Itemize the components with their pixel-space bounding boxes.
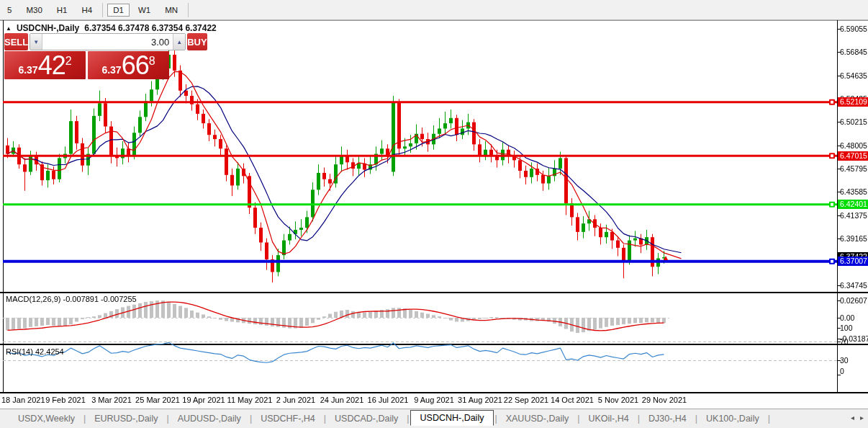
timeframe-button-w1[interactable]: W1 [132,4,156,17]
rsi-axis-tick: 100 [840,324,868,332]
macd-axis-tick: 0.00 [840,313,868,322]
collapse-chart-icon[interactable]: ▲ [6,25,12,32]
tab-usdcnh-daily[interactable]: USDCNH-,Daily [410,410,494,426]
sell-price-sup: 2 [65,55,72,68]
date-axis-label: 29 Nov 2021 [642,396,687,404]
price-axis-tick: 6.59055 [840,24,868,33]
chart-tab-bar: USDX,Weekly|EURUSD-,Daily|AUDUSD-,Daily|… [0,409,868,428]
sell-button[interactable]: SELL [4,33,28,50]
tab-ukoil-h4[interactable]: UKOil-,H4 [580,411,636,426]
buy-button[interactable]: BUY [187,33,207,50]
date-axis-label: 5 Nov 2021 [598,396,638,404]
price-axis-tick: 6.34745 [840,281,868,290]
price-axis-tick: 6.48005 [840,141,868,150]
rsi-indicator-label: RSI(14) 42.4254 [6,347,64,356]
date-axis-label: 16 Jul 2021 [368,396,409,404]
buy-price-prefix: 6.37 [101,64,121,76]
date-axis-label: 19 Apr 2021 [182,396,225,404]
tab-usdcad-daily[interactable]: USDCAD-,Daily [327,411,406,426]
price-axis-tick: 6.54635 [840,71,868,80]
timeframe-button-mn[interactable]: MN [159,4,184,17]
level-price-label: 6.47015 [838,151,868,161]
chart-ohlc-values: 6.37354 6.37478 6.37354 6.37422 [84,23,217,33]
buy-price-big: 66 [122,53,149,78]
price-axis-tick: 6.41375 [840,211,868,220]
price-axis-tick: 6.56845 [840,48,868,56]
tab-dj30-h4[interactable]: DJ30-,H4 [641,411,695,426]
date-axis-label: 9 Feb 2021 [45,396,86,404]
price-axis-tick: 6.45795 [840,164,868,173]
timeframe-button-h1[interactable]: H1 [51,4,73,17]
timeframe-toolbar: 5M30H1H4D1W1MN [0,0,868,20]
chart-header: ▲ USDCNH-,Daily 6.37354 6.37478 6.37354 … [6,23,217,33]
toolbar-separator [188,3,189,17]
chart-symbol-label: USDCNH-,Daily [17,23,79,33]
date-axis-label: 9 Aug 2021 [414,396,454,404]
date-axis-label: 3 Mar 2021 [91,396,132,404]
date-axis-label: 24 Jun 2021 [320,396,364,404]
price-axis-tick: 6.39165 [840,234,868,243]
tab-usdchf-h4[interactable]: USDCHF-,H4 [253,411,323,426]
tab-eurusd-daily[interactable]: EURUSD-,Daily [86,411,166,426]
macd-indicator-label: MACD(12,26,9) -0.007891 -0.007255 [6,295,137,303]
date-axis-label: 11 May 2021 [227,396,273,404]
timeframe-button-5[interactable]: 5 [1,4,17,17]
macd-axis-tick: 0.02607 [840,296,868,305]
sell-price-prefix: 6.37 [18,64,37,76]
date-axis-label: 14 Oct 2021 [551,396,594,404]
price-axis-tick: 6.43585 [840,187,868,196]
tabs-scroll-left-icon[interactable]: ◂ [851,414,854,422]
timeframe-button-d1[interactable]: D1 [107,4,130,17]
timeframe-button-m30[interactable]: M30 [20,4,48,17]
tab-separator: | [767,414,771,424]
rsi-axis-tick: 30 [840,356,868,365]
timeframe-button-h4[interactable]: H4 [76,4,98,17]
tabs-scroll-right-icon[interactable]: ▸ [860,414,864,422]
toolbar-separator [102,3,103,17]
volume-input[interactable] [42,34,173,50]
level-price-label: 6.42401 [838,200,868,209]
trading-app-window: 5M30H1H4D1W1MN ▲ USDCNH-,Daily 6.37354 6… [0,0,868,428]
tab-xauusd-daily[interactable]: XAUUSD-,Daily [498,411,577,426]
volume-stepper: ▼ ▲ [30,33,186,50]
tab-usdx-weekly[interactable]: USDX,Weekly [10,411,83,426]
level-price-label: 6.37007 [838,257,868,266]
date-axis-label: 25 Mar 2021 [135,396,180,404]
buy-price-sup: 8 [149,55,155,68]
volume-increase-icon[interactable]: ▲ [173,34,185,50]
level-price-label: 6.52109 [838,97,868,107]
rsi-axis-tick: 70 [840,337,868,346]
date-axis-label: 18 Jan 2021 [1,396,45,404]
date-axis: 18 Jan 20219 Feb 20213 Mar 202125 Mar 20… [0,393,868,409]
tab-audusd-daily[interactable]: AUDUSD-,Daily [170,411,249,426]
volume-decrease-icon[interactable]: ▼ [30,34,42,50]
date-axis-label: 31 Aug 2021 [458,396,502,404]
one-click-trade-panel: SELL ▼ ▲ BUY 6.37 42 2 6.37 66 8 [4,33,169,79]
date-axis-label: 2 Jun 2021 [276,396,315,404]
sell-price-big: 42 [38,53,65,78]
price-axis-tick: 6.50215 [840,117,868,126]
date-axis-label: 22 Sep 2021 [504,396,548,404]
rsi-axis-tick: 0 [840,367,868,375]
sell-price-panel[interactable]: 6.37 42 2 [4,51,86,79]
tab-uk100-daily[interactable]: UK100-,Daily [698,411,767,426]
buy-price-panel[interactable]: 6.37 66 8 [88,51,169,79]
